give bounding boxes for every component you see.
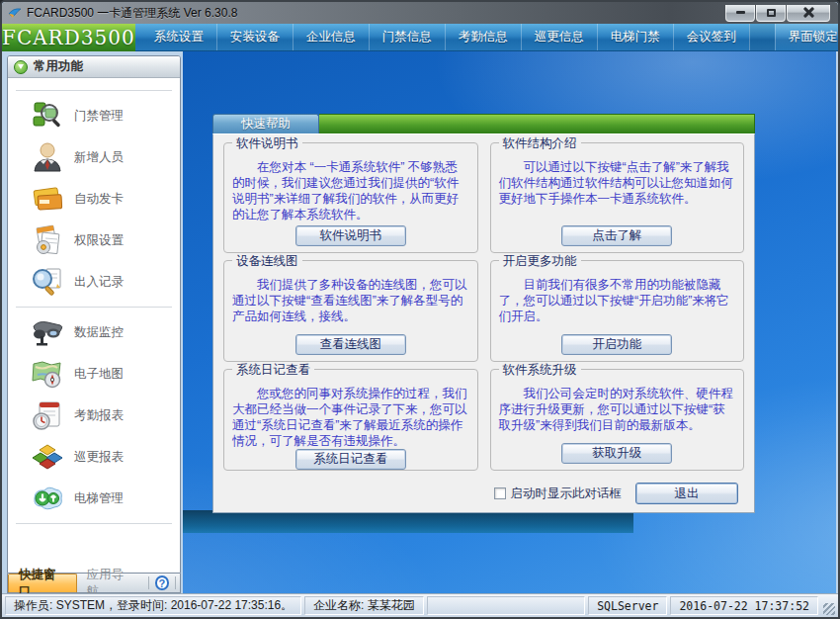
panel-title: 开启更多功能 [499, 253, 581, 270]
sidebar-item-label: 自动发卡 [74, 191, 124, 208]
help-icon[interactable]: ? [155, 575, 170, 590]
sidebar-header-label: 常用功能 [34, 58, 83, 75]
menu-item-attendance-info[interactable]: 考勤信息 [445, 24, 521, 50]
app-icon [8, 6, 22, 20]
panel-more-features: 开启更多功能 目前我们有很多不常用的功能被隐藏了，您可以通过以下按键“开启功能”… [490, 260, 745, 362]
checkbox-label: 启动时显示此对话框 [511, 486, 623, 502]
sidebar-panel: 常用功能 门 [7, 55, 181, 574]
sidebar-item-label: 新增人员 [74, 149, 124, 166]
data-monitor-icon [30, 315, 65, 349]
panel-title: 设备连线图 [232, 253, 302, 270]
menu-item-install-device[interactable]: 安装设备 [216, 24, 293, 50]
resize-grip[interactable] [823, 603, 835, 615]
minimize-button[interactable] [725, 5, 755, 22]
get-upgrade-button[interactable]: 获取升级 [561, 443, 672, 464]
sidebar-tab-bar: 快捷窗口 应用导航 ? [7, 574, 181, 593]
tab-app-navigation[interactable]: 应用导航 [77, 574, 144, 592]
status-company: 企业名称: 某某花园 [304, 596, 424, 615]
divider [175, 576, 176, 589]
status-bar: 操作员: SYSTEM，登录时间: 2016-07-22 17:35:16。 企… [2, 593, 838, 617]
panel-title: 软件说明书 [232, 135, 302, 152]
app-window: FCARD3500 一卡通管理系统 Ver 6.30.8 FCARD3500 系… [0, 0, 840, 619]
menu-item-access-info[interactable]: 门禁信息 [369, 24, 445, 50]
patrol-report-icon [30, 440, 65, 474]
panel-text: 我们提供了多种设备的连线图，您可以通过以下按键“查看连线图”来了解各型号的产品如… [232, 277, 469, 324]
software-manual-button[interactable]: 软件说明书 [295, 225, 406, 246]
collapse-arrow-icon[interactable] [14, 60, 28, 74]
minimize-icon [736, 11, 745, 14]
attendance-report-icon [30, 398, 65, 432]
quick-help-panel: 软件说明书 在您对本 “一卡通系统软件” 不够熟悉的时候，我们建议您通过我们提供… [212, 133, 755, 513]
divider [16, 307, 172, 308]
in-out-records-icon [30, 265, 65, 299]
sidebar-item-label: 门禁管理 [74, 108, 124, 125]
status-empty [427, 596, 585, 615]
sidebar-item-add-person[interactable]: 新增人员 [8, 136, 180, 178]
sidebar-item-label: 权限设置 [74, 232, 124, 249]
panel-software-manual: 软件说明书 在您对本 “一卡通系统软件” 不够熟悉的时候，我们建议您通过我们提供… [223, 142, 478, 253]
panel-title: 软件结构介绍 [499, 135, 581, 152]
sidebar-item-attendance-report[interactable]: 考勤报表 [8, 395, 180, 436]
title-bar: FCARD3500 一卡通管理系统 Ver 6.30.8 [2, 2, 838, 24]
click-to-learn-button[interactable]: 点击了解 [561, 225, 672, 246]
panel-title: 软件系统升级 [499, 362, 581, 379]
menu-item-elevator-access[interactable]: 电梯门禁 [597, 24, 673, 50]
menu-spacer [749, 24, 775, 50]
e-map-icon [30, 357, 65, 391]
brand-logo: FCARD3500 [2, 24, 135, 51]
exit-button[interactable]: 退出 [635, 483, 738, 504]
tab-quick-window[interactable]: 快捷窗口 [8, 574, 77, 592]
tab-quick-help[interactable]: 快速帮助 [212, 114, 319, 133]
panel-text: 目前我们有很多不常用的功能被隐藏了，您可以通过以下按键“开启功能”来将它们开启。 [499, 277, 736, 324]
sidebar-item-label: 出入记录 [74, 274, 124, 291]
sidebar-item-permission-settings[interactable]: 权限设置 [8, 220, 180, 261]
add-person-icon [30, 140, 65, 174]
tab-row-green-bar [319, 114, 755, 133]
panel-software-structure: 软件结构介绍 可以通过以下按键“点击了解”来了解我们软件结构通过软件结构可以让您… [490, 142, 745, 253]
checkbox-icon[interactable] [494, 487, 506, 499]
menu-item-system-settings[interactable]: 系统设置 [141, 24, 216, 50]
sidebar-item-label: 考勤报表 [74, 407, 124, 424]
panel-software-upgrade: 软件系统升级 我们公司会定时的对系统软件、硬件程序进行升级更新，您可以通过以下按… [490, 369, 745, 471]
panel-system-log: 系统日记查看 您或您的同事对系统操作的过程，我们大都已经当做一个事件记录了下来，… [223, 369, 478, 471]
sidebar-item-auto-card[interactable]: 自动发卡 [8, 178, 180, 220]
background-band [183, 510, 633, 533]
menu-item-patrol-info[interactable]: 巡更信息 [521, 24, 597, 50]
access-management-icon [30, 99, 65, 133]
divider [16, 90, 172, 91]
permission-settings-icon [30, 223, 65, 257]
panel-text: 您或您的同事对系统操作的过程，我们大都已经当做一个事件记录了下来，您可以通过“系… [232, 386, 469, 449]
enable-features-button[interactable]: 开启功能 [561, 334, 672, 355]
show-on-startup-option[interactable]: 启动时显示此对话框 [494, 486, 623, 502]
dialog-tab-row: 快速帮助 [212, 114, 755, 133]
menu-band: FCARD3500 系统设置 安装设备 企业信息 门禁信息 考勤信息 巡更信息 … [2, 24, 838, 51]
close-icon [803, 7, 814, 18]
sidebar-item-label: 电梯管理 [74, 490, 124, 507]
sidebar-item-e-map[interactable]: 电子地图 [8, 353, 180, 395]
sidebar: 常用功能 门 [4, 51, 183, 593]
maximize-button[interactable] [756, 5, 786, 22]
panel-text: 可以通过以下按键“点击了解”来了解我们软件结构通过软件结构可以让您知道如何更好地… [499, 159, 736, 207]
system-log-button[interactable]: 系统日记查看 [295, 449, 406, 470]
sidebar-item-patrol-report[interactable]: 巡更报表 [8, 436, 180, 478]
sidebar-items: 门禁管理 新增人员 [8, 78, 180, 573]
menu-item-lock-ui[interactable]: 界面锁定 [775, 24, 840, 50]
view-wiring-button[interactable]: 查看连线图 [295, 334, 406, 355]
sidebar-header[interactable]: 常用功能 [8, 56, 180, 78]
workspace: 快速帮助 软件说明书 在您对本 “一卡通系统软件” 不够熟悉的时候，我们建议您通… [183, 51, 836, 593]
sidebar-item-label: 数据监控 [74, 324, 124, 341]
status-database: SQLServer [588, 596, 667, 615]
panel-title: 系统日记查看 [232, 362, 314, 379]
close-button[interactable] [787, 5, 830, 22]
menu-item-meeting-signin[interactable]: 会议签到 [673, 24, 749, 50]
window-controls [725, 5, 832, 22]
sidebar-item-data-monitor[interactable]: 数据监控 [8, 311, 180, 353]
status-time: 2016-07-22 17:37:52 [670, 596, 818, 615]
elevator-management-icon [30, 482, 65, 515]
sidebar-item-elevator-management[interactable]: 电梯管理 [8, 478, 180, 519]
window-title: FCARD3500 一卡通管理系统 Ver 6.30.8 [27, 5, 237, 22]
sidebar-item-in-out-records[interactable]: 出入记录 [8, 261, 180, 303]
sidebar-item-access-management[interactable]: 门禁管理 [8, 95, 180, 136]
divider [148, 576, 149, 589]
menu-item-company-info[interactable]: 企业信息 [293, 24, 369, 50]
